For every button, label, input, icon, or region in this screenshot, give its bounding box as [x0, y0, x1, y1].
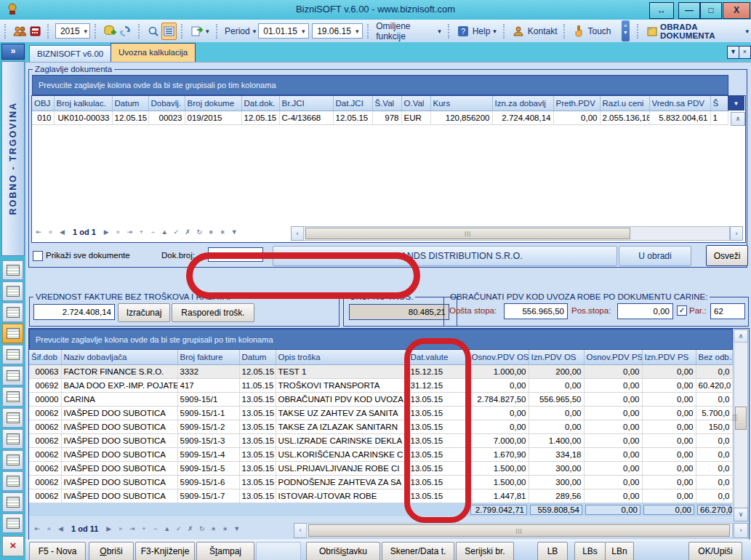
cell[interactable]: 12.05.15 — [239, 365, 276, 379]
cell[interactable]: 3332 — [177, 365, 239, 379]
table-row[interactable]: 00000CARINA5909-15/113.05.15OBRAČUNATI P… — [29, 393, 732, 407]
cell[interactable]: 0,00 — [642, 448, 696, 462]
par-checkbox[interactable]: ✓ — [677, 305, 687, 316]
table-row[interactable]: 00063FACTOR FINANCE S.R.O.333212.05.15TE… — [29, 365, 732, 379]
bookmark-icon[interactable]: ∗ — [206, 226, 217, 238]
refresh-button[interactable]: Osveži — [706, 245, 748, 266]
cell[interactable]: 0,0 — [696, 462, 732, 476]
invoice-value-field[interactable]: 2.724.408,14 — [33, 304, 115, 320]
help-icon[interactable]: ? — [455, 23, 471, 40]
sidebar-grid-button[interactable] — [2, 387, 23, 407]
column-header[interactable]: Osnov.PDV PS — [584, 350, 642, 365]
cell[interactable]: 0,00 — [469, 379, 529, 393]
cell[interactable]: 00692 — [29, 379, 61, 393]
chevron-down-icon[interactable]: ▾ — [206, 28, 209, 35]
lb-button[interactable]: LB — [537, 542, 568, 560]
column-header[interactable]: Izn.za dobavlj — [492, 96, 553, 111]
bookmark-icon[interactable]: ∗ — [208, 523, 219, 535]
cell[interactable]: USL.IZRADE CARINSKE DEKLA — [276, 434, 408, 448]
cell[interactable]: 13.05.15 — [239, 434, 276, 448]
cell[interactable]: 120,856200 — [430, 111, 492, 125]
group-by-band[interactable]: Prevucite zaglavlje kolona ovde da bi st… — [32, 75, 728, 95]
cell[interactable]: USL.PRIJAVLJIVANJE ROBE CI — [276, 462, 408, 476]
cell[interactable]: 0,00 — [553, 111, 600, 125]
sidebar-grid-button[interactable] — [2, 366, 23, 385]
date-from-select[interactable]: 01.01.15▾ — [258, 23, 309, 39]
column-header[interactable]: Razl.u ceni — [600, 96, 649, 111]
cancel-edit-icon[interactable]: ✗ — [182, 226, 193, 238]
cell[interactable]: 0,00 — [584, 407, 642, 420]
cell[interactable]: 0,00 — [642, 365, 696, 379]
cell[interactable]: 0,00 — [642, 476, 696, 489]
cell[interactable]: 0,00 — [642, 393, 696, 407]
close-module-icon[interactable]: × — [2, 536, 24, 556]
cell[interactable]: 00062 — [29, 448, 61, 462]
cell[interactable]: BAJA DOO EXP.-IMP. POJATE — [61, 379, 177, 393]
cell[interactable]: 00063 — [29, 365, 61, 379]
refresh-icon[interactable] — [118, 23, 134, 40]
next-record-icon[interactable]: ▶ — [101, 226, 112, 238]
cell[interactable]: 0,00 — [584, 365, 642, 379]
cell[interactable]: 0,0 — [696, 365, 732, 379]
last-record-icon[interactable]: ⇥ — [124, 226, 135, 238]
cell[interactable]: 00023 — [148, 111, 185, 125]
cell[interactable]: 5909-15/1 — [177, 393, 239, 407]
cell[interactable]: 0,00 — [642, 420, 696, 434]
column-header[interactable]: Kurs — [430, 96, 492, 111]
cell[interactable]: 5909-15/1-6 — [177, 476, 239, 489]
sidebar-grid-button[interactable] — [2, 303, 23, 322]
period-menu[interactable]: Period — [225, 26, 250, 36]
cell[interactable]: TAKSE UZ ZAHTEV ZA SANITA — [276, 407, 408, 420]
last-record-icon[interactable]: ⇥ — [126, 523, 137, 535]
cell[interactable]: 7.000,00 — [469, 434, 529, 448]
column-header[interactable]: Datum — [239, 350, 276, 365]
column-header[interactable]: Broj fakture — [177, 350, 239, 365]
cell[interactable]: 1.400,00 — [529, 434, 584, 448]
calculate-button[interactable]: Izračunaj — [118, 303, 170, 322]
cell[interactable]: 300,00 — [529, 476, 584, 489]
minimize-icon[interactable]: — — [678, 2, 700, 19]
touch-hand-icon[interactable] — [571, 23, 587, 40]
cell[interactable]: 0,00 — [642, 434, 696, 448]
cell[interactable]: IVAŠPED DOO SUBOTICA — [61, 407, 177, 420]
filter-icon[interactable]: ▼ — [728, 96, 744, 111]
table-row[interactable]: 00062IVAŠPED DOO SUBOTICA5909-15/1-313.0… — [29, 434, 732, 448]
delete-button[interactable]: Obriši — [89, 542, 134, 560]
export-icon[interactable] — [189, 23, 205, 40]
cell[interactable]: 0,00 — [529, 379, 584, 393]
insert-record-icon[interactable]: + — [138, 523, 149, 535]
filter-icon[interactable]: ▼ — [231, 523, 242, 535]
table-row[interactable]: 00062IVAŠPED DOO SUBOTICA5909-15/1-413.0… — [29, 448, 732, 462]
cell[interactable]: 0,0 — [696, 476, 732, 489]
sidebar-grid-button[interactable] — [2, 408, 23, 428]
table-row[interactable]: 00062IVAŠPED DOO SUBOTICA5909-15/1-613.0… — [29, 476, 732, 489]
maximize-icon[interactable]: □ — [700, 2, 722, 19]
sidebar-grid-button[interactable] — [2, 450, 23, 470]
column-header[interactable]: OBJ — [32, 96, 54, 111]
prior-page-icon[interactable]: « — [44, 523, 55, 535]
cell[interactable]: 13.05.15 — [239, 448, 276, 462]
cell[interactable]: 13.05.15 — [239, 407, 276, 420]
table-row[interactable]: 00692BAJA DOO EXP.-IMP. POJATE41711.05.1… — [29, 379, 732, 393]
tab-close-icon[interactable]: × — [739, 46, 751, 59]
scrollbar-thumb[interactable]: ||| — [308, 524, 730, 537]
cell[interactable]: 1.500,00 — [469, 476, 529, 489]
scroll-right-icon[interactable]: › — [730, 226, 743, 241]
toolbar-overflow-icon[interactable]: »▾ — [622, 20, 630, 41]
cell[interactable]: TROŠKOVI TRANSPORTA — [276, 379, 408, 393]
edit-record-icon[interactable]: ▲ — [159, 226, 170, 238]
lbs-button[interactable]: LBs — [574, 542, 606, 560]
add-database-icon[interactable] — [103, 23, 119, 40]
cell[interactable]: IVAŠPED DOO SUBOTICA — [61, 476, 177, 489]
first-record-icon[interactable]: ⇤ — [32, 523, 43, 535]
help-menu[interactable]: Help — [473, 26, 491, 36]
module-panel[interactable]: ROBNO - TRGOVINA — [1, 61, 25, 256]
scrollbar-thumb[interactable]: ||| — [305, 228, 630, 239]
cell[interactable]: 0,00 — [584, 448, 642, 462]
filter-icon[interactable]: ▼ — [229, 226, 240, 238]
cell[interactable]: 00062 — [29, 489, 61, 503]
print-button[interactable]: Štampaj — [196, 542, 254, 560]
next-record-icon[interactable]: ▶ — [103, 523, 114, 535]
cell[interactable]: 300,00 — [529, 462, 584, 476]
cell[interactable]: 417 — [177, 379, 239, 393]
